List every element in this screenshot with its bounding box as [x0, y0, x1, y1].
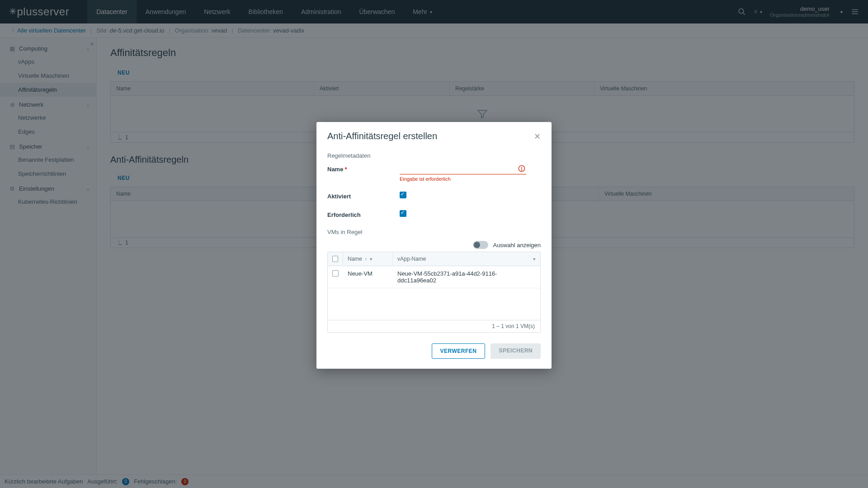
vm-row-name: Neue-VM: [343, 266, 393, 288]
filter-icon[interactable]: ▾: [533, 256, 536, 262]
modal-footer: VERWERFEN SPEICHERN: [316, 337, 552, 369]
enabled-label: Aktiviert: [327, 192, 400, 200]
name-input[interactable]: [400, 164, 526, 174]
create-anti-affinity-modal: Anti-Affinitätsregel erstellen ✕ Regelme…: [316, 122, 552, 369]
enabled-checkbox[interactable]: [400, 192, 406, 198]
vm-select-all[interactable]: [332, 256, 338, 262]
vm-row-checkbox[interactable]: [332, 270, 339, 277]
vm-row-vapp: Neue-VM-55cb2371-a91a-44d2-9116-ddc11a96…: [393, 266, 540, 288]
vm-col-name[interactable]: Name ↑ ▾: [343, 252, 393, 266]
modal-header: Anti-Affinitätsregel erstellen ✕: [316, 122, 552, 145]
vm-row[interactable]: Neue-VM Neue-VM-55cb2371-a91a-44d2-9116-…: [328, 266, 540, 288]
required-label: Erforderlich: [327, 210, 400, 218]
row-name: Name* Eingabe ist erforderlich: [327, 164, 541, 182]
name-input-wrap: Eingabe ist erforderlich: [400, 164, 541, 182]
vm-col-vapp[interactable]: vApp-Name ▾: [393, 252, 540, 266]
sort-asc-icon: ↑: [365, 257, 367, 262]
close-icon[interactable]: ✕: [534, 131, 541, 141]
show-selection-toggle[interactable]: [473, 241, 488, 249]
discard-button[interactable]: VERWERFEN: [432, 343, 486, 359]
svg-point-9: [521, 170, 522, 170]
vm-col-checkbox: [328, 252, 343, 266]
vm-grid-spacer: [328, 288, 540, 320]
required-checkbox[interactable]: [400, 210, 406, 217]
show-selection-row: Auswahl anzeigen: [327, 241, 541, 249]
filter-icon[interactable]: ▾: [370, 256, 373, 262]
error-icon: [518, 165, 525, 172]
row-enabled: Aktiviert: [327, 192, 541, 200]
required-star: *: [344, 166, 347, 173]
modal-overlay: Anti-Affinitätsregel erstellen ✕ Regelme…: [0, 0, 868, 488]
vm-grid-header: Name ↑ ▾ vApp-Name ▾: [328, 252, 540, 266]
vm-grid-footer: 1 – 1 von 1 VM(s): [328, 320, 540, 332]
vm-grid: Name ↑ ▾ vApp-Name ▾ Neue-VM Neue-VM-55c…: [327, 252, 541, 333]
row-required: Erforderlich: [327, 210, 541, 219]
save-button[interactable]: SPEICHERN: [491, 343, 541, 359]
modal-body: Regelmetadaten Name* Eingabe ist erforde…: [316, 145, 552, 337]
section-vms: VMs in Regel: [327, 229, 541, 235]
name-label: Name*: [327, 164, 400, 173]
name-error: Eingabe ist erforderlich: [400, 176, 541, 182]
modal-title: Anti-Affinitätsregel erstellen: [327, 131, 437, 141]
section-metadata: Regelmetadaten: [327, 152, 541, 159]
show-selection-label: Auswahl anzeigen: [493, 242, 541, 249]
